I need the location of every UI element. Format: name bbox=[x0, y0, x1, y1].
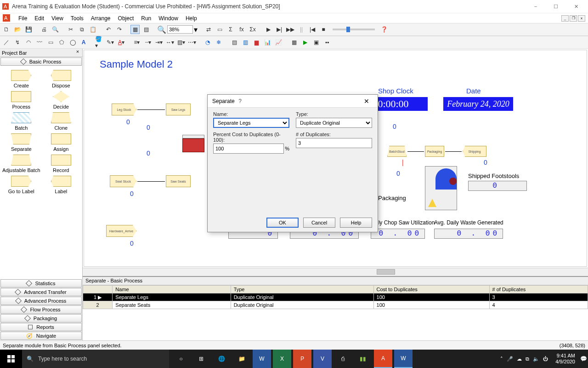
run-pause-icon[interactable]: || bbox=[297, 25, 306, 34]
spreadsheet-table[interactable]: Name Type Cost to Duplicates # of Duplic… bbox=[83, 285, 588, 309]
menu-help[interactable]: Help bbox=[182, 14, 201, 23]
zoom-dropdown-icon[interactable]: ▾ bbox=[194, 25, 198, 34]
col-name[interactable]: Name bbox=[113, 286, 231, 293]
task-arena-icon[interactable]: A bbox=[374, 350, 392, 368]
block-saw-seats[interactable]: Saw Seats bbox=[166, 175, 191, 187]
table-row[interactable]: 1 ▶ Separate Legs Duplicate Original 100… bbox=[83, 293, 588, 301]
module-dispose[interactable]: Dispose bbox=[42, 70, 81, 88]
task-excel-icon[interactable]: X bbox=[273, 350, 291, 368]
tray-volume-icon[interactable]: 🔈 bbox=[533, 356, 539, 362]
more-style-icon[interactable]: ⋯▾ bbox=[187, 38, 197, 47]
bezier-tool-icon[interactable]: 〰 bbox=[35, 38, 44, 47]
context-help-icon[interactable]: ❓ bbox=[379, 25, 389, 34]
window-maximize-button[interactable]: ☐ bbox=[546, 0, 566, 13]
section-advanced-process[interactable]: Advanced Process bbox=[0, 297, 82, 305]
redo-icon[interactable]: ↷ bbox=[115, 25, 124, 34]
connect-icon[interactable]: ⇄ bbox=[204, 25, 213, 34]
table-row[interactable]: 2 Separate Seats Duplicate Original 100 … bbox=[83, 301, 588, 309]
fill-color-icon[interactable]: 🪣▾ bbox=[95, 38, 104, 47]
undo-icon[interactable]: ↶ bbox=[104, 25, 113, 34]
menu-tools[interactable]: Tools bbox=[67, 14, 87, 23]
clock-icon[interactable]: ◔ bbox=[203, 38, 212, 47]
ok-button[interactable]: OK bbox=[266, 218, 299, 228]
window-minimize-button[interactable]: − bbox=[526, 0, 546, 13]
taskbar-search[interactable]: 🔍 Type here to search bbox=[22, 350, 169, 368]
block-saw-legs[interactable]: Saw Legs bbox=[166, 104, 191, 115]
help-button[interactable]: Help bbox=[340, 218, 372, 228]
anim4-icon[interactable]: ▪▪ bbox=[322, 38, 332, 47]
expr-icon[interactable]: fx bbox=[237, 25, 246, 34]
dialog-close-icon[interactable]: ✕ bbox=[360, 98, 373, 105]
run-fast-icon[interactable]: ▶▶ bbox=[286, 25, 295, 34]
col-dup[interactable]: # of Duplicates bbox=[489, 286, 588, 293]
module-adjustable-batch[interactable]: Adjustable Batch bbox=[2, 155, 41, 173]
toggle-grid-icon[interactable]: ▦ bbox=[130, 25, 140, 34]
animation-speed-slider[interactable] bbox=[333, 29, 375, 30]
section-basic-process[interactable]: Basic Process bbox=[0, 58, 82, 66]
block-packaging[interactable]: Packaging bbox=[425, 146, 444, 157]
chart5-icon[interactable]: 📈 bbox=[274, 38, 283, 47]
section-flow-process[interactable]: Flow Process bbox=[0, 305, 82, 314]
menu-run[interactable]: Run bbox=[137, 14, 155, 23]
chart4-icon[interactable]: 📊 bbox=[263, 38, 272, 47]
task-ppt-icon[interactable]: P bbox=[293, 350, 311, 368]
dup-input[interactable] bbox=[296, 138, 372, 148]
block-seat-stock[interactable]: Seat Stock bbox=[110, 175, 136, 187]
menu-object[interactable]: Object bbox=[114, 14, 138, 23]
tray-network-icon[interactable]: ⏻ bbox=[543, 356, 548, 362]
section-navigate[interactable]: 🧭Navigate bbox=[0, 332, 82, 340]
model-canvas[interactable]: Sample Model 2 Shop Clock 0:00:00 Date F… bbox=[84, 50, 587, 267]
text-tool-icon[interactable]: A bbox=[79, 38, 88, 47]
copy-icon[interactable]: ⧉ bbox=[77, 25, 86, 34]
start-button[interactable] bbox=[0, 350, 22, 368]
task-word-icon[interactable]: W bbox=[253, 350, 271, 368]
ellipse-tool-icon[interactable]: ◯ bbox=[68, 38, 77, 47]
notifications-icon[interactable]: 💬 bbox=[579, 350, 588, 368]
print-icon[interactable]: 🖨 bbox=[40, 25, 49, 34]
task-cortana-icon[interactable]: ○ bbox=[172, 350, 190, 368]
task-chrome-icon[interactable]: 🌐 bbox=[212, 350, 231, 368]
anim3-icon[interactable]: ▣ bbox=[311, 38, 321, 47]
system-tray[interactable]: ˄ 🎤 ☁ ⧉ 🔈 ⏻ bbox=[497, 356, 552, 362]
tray-dropbox-icon[interactable]: ⧉ bbox=[526, 356, 529, 362]
module-decide[interactable]: Decide bbox=[42, 91, 81, 109]
line-color-icon[interactable]: ✎▾ bbox=[106, 38, 115, 47]
module-create[interactable]: Create bbox=[2, 70, 41, 88]
task-view-icon[interactable]: ⊞ bbox=[192, 350, 210, 368]
window-close-button[interactable]: ✕ bbox=[566, 0, 586, 13]
cancel-button[interactable]: Cancel bbox=[303, 218, 335, 228]
toggle-layers-icon[interactable]: ▤ bbox=[141, 25, 151, 34]
line-weight-icon[interactable]: ≡▾ bbox=[132, 38, 141, 47]
task-app1-icon[interactable]: ⎙ bbox=[334, 350, 352, 368]
mdi-restore-button[interactable]: ❐ bbox=[570, 15, 577, 22]
line-tool-icon[interactable]: ／ bbox=[2, 38, 11, 47]
task-explorer-icon[interactable]: 📁 bbox=[232, 350, 251, 368]
module-go-to-label[interactable]: Go to Label bbox=[2, 176, 41, 194]
task-visio-icon[interactable]: V bbox=[313, 350, 332, 368]
module-process[interactable]: Process bbox=[2, 91, 41, 109]
cut-icon[interactable]: ✂ bbox=[66, 25, 75, 34]
arc-tool-icon[interactable]: ◠ bbox=[24, 38, 33, 47]
task-word2-icon[interactable]: W bbox=[394, 350, 413, 368]
polygon-tool-icon[interactable]: ⬠ bbox=[57, 38, 66, 47]
tray-onedrive-icon[interactable]: ☁ bbox=[517, 356, 522, 362]
arrow-style2-icon[interactable]: ↔▾ bbox=[165, 38, 175, 47]
line-pattern-icon[interactable]: ▨▾ bbox=[176, 38, 186, 47]
menu-view[interactable]: View bbox=[48, 14, 67, 23]
calendar-icon[interactable]: ❄ bbox=[214, 38, 223, 47]
tray-mic-icon[interactable]: 🎤 bbox=[507, 356, 513, 362]
dialog-help-icon[interactable]: ? bbox=[235, 98, 246, 104]
preview-icon[interactable]: 🔍 bbox=[51, 25, 60, 34]
mdi-close-button[interactable]: x bbox=[578, 15, 585, 22]
tray-up-icon[interactable]: ˄ bbox=[500, 356, 503, 362]
chart3-icon[interactable]: ▆ bbox=[252, 38, 261, 47]
module-record[interactable]: Record bbox=[42, 155, 81, 173]
task-app2-icon[interactable]: ▮▮ bbox=[354, 350, 372, 368]
section-reports[interactable]: Reports bbox=[0, 323, 82, 331]
module-clone[interactable]: Clone bbox=[42, 112, 81, 131]
menu-window[interactable]: Window bbox=[155, 14, 182, 23]
run-end-icon[interactable]: ■ bbox=[319, 25, 328, 34]
chart1-icon[interactable]: ▤ bbox=[230, 38, 239, 47]
module-batch[interactable]: Batch bbox=[2, 112, 41, 131]
taskbar-clock[interactable]: 9:41 AM 4/9/2020 bbox=[552, 353, 579, 365]
